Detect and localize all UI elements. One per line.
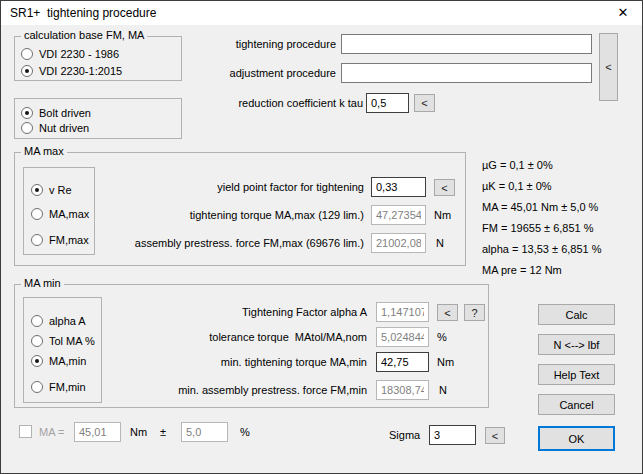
reduction-coefficient-label: reduction coefficient k tau — [181, 93, 363, 113]
info-line-fm: FM = 19655 ± 6,851 % — [482, 218, 602, 239]
info-line-alpha: alpha = 13,53 ± 6,851 % — [482, 239, 602, 260]
fm-min-force-field — [376, 380, 429, 400]
fm-min-force-unit: N — [439, 380, 447, 400]
fm-max-force-field — [371, 233, 426, 253]
tolerance-value-unit: % — [240, 422, 250, 442]
tightening-procedure-label: tightening procedure — [156, 34, 336, 54]
radio-label: FM,min — [49, 381, 86, 393]
radio-label: Tol MA % — [49, 335, 95, 347]
radio-selected-icon — [21, 65, 33, 77]
tolerance-torque-label: tolerance torque MAtol/MA,nom — [115, 327, 367, 347]
alpha-a-field — [376, 302, 429, 322]
plus-minus-sign: ± — [160, 422, 166, 442]
radio-unselected-icon — [31, 315, 43, 327]
radio-selected-icon — [21, 107, 33, 119]
help-text-button[interactable]: Help Text — [538, 364, 615, 385]
info-line-ma-pre: MA pre = 12 Nm — [482, 260, 602, 281]
ma-min-radio-box: alpha A Tol MA % MA,min FM,min — [23, 297, 102, 403]
radio-fm-max[interactable]: FM,max — [31, 232, 89, 247]
radio-label: Bolt driven — [39, 107, 91, 119]
fm-max-force-unit: N — [436, 233, 444, 253]
drive-group: Bolt driven Nut driven — [14, 98, 182, 139]
radio-nut-driven[interactable]: Nut driven — [21, 120, 89, 135]
tightening-procedure-input[interactable] — [341, 34, 592, 54]
radio-vdi-2230-1986[interactable]: VDI 2230 - 1986 — [21, 46, 119, 61]
alpha-a-select-button[interactable]: < — [437, 304, 458, 321]
ma-checkbox[interactable] — [19, 425, 32, 438]
fm-max-force-label: assembly prestress. force FM,max (69676 … — [115, 233, 364, 253]
close-icon: ✕ — [618, 5, 629, 20]
ma-checkbox-label: MA = — [39, 422, 64, 442]
adjustment-procedure-input[interactable] — [341, 63, 592, 83]
ma-max-group-title: MA max — [21, 145, 67, 157]
radio-label: MA,min — [49, 355, 86, 367]
tolerance-value-field — [181, 422, 228, 442]
calc-button[interactable]: Calc — [538, 304, 615, 325]
radio-label: VDI 2230 - 1986 — [39, 48, 119, 60]
calc-base-group-title: calculation base FM, MA — [21, 29, 147, 41]
yield-point-factor-label: yield point factor for tightening — [115, 177, 364, 197]
radio-v-re[interactable]: v Re — [31, 182, 72, 197]
ma-max-torque-label: tightening torque MA,max (129 lim.) — [115, 205, 364, 225]
radio-unselected-icon — [21, 48, 33, 60]
alpha-a-help-button[interactable]: ? — [464, 304, 485, 321]
reduction-select-button[interactable]: < — [414, 94, 435, 112]
sigma-select-button[interactable]: < — [485, 427, 505, 444]
dialog-body: calculation base FM, MA VDI 2230 - 1986 … — [1, 25, 642, 473]
radio-label: v Re — [49, 184, 72, 196]
tolerance-torque-unit: % — [437, 327, 447, 347]
radio-fm-min[interactable]: FM,min — [31, 379, 86, 394]
radio-label: alpha A — [49, 315, 86, 327]
fm-min-force-label: min. assembly prestress. force FM,min — [115, 380, 367, 400]
radio-label: Nut driven — [39, 122, 89, 134]
tolerance-torque-field — [376, 327, 429, 347]
adjustment-procedure-label: adjustment procedure — [156, 63, 336, 83]
radio-label: FM,max — [49, 234, 89, 246]
n-lbf-button[interactable]: N <--> lbf — [538, 334, 615, 355]
radio-tol-ma[interactable]: Tol MA % — [31, 333, 95, 348]
info-line-ma: MA = 45,01 Nm ± 5,0 % — [482, 197, 602, 218]
radio-selected-icon — [31, 355, 43, 367]
sigma-label: Sigma — [389, 425, 420, 445]
alpha-a-label: Tightening Factor alpha A — [115, 302, 367, 322]
title-bar: SR1+ tightening procedure ✕ — [1, 1, 642, 25]
yield-point-factor-input[interactable] — [371, 177, 426, 197]
radio-vdi-2230-2015[interactable]: VDI 2230-1:2015 — [21, 63, 122, 78]
radio-label: VDI 2230-1:2015 — [39, 65, 122, 77]
ma-max-group: MA max v Re MA,max FM,max yield point fa… — [14, 152, 466, 266]
radio-unselected-icon — [31, 381, 43, 393]
dialog-window: SR1+ tightening procedure ✕ calculation … — [0, 0, 643, 474]
radio-bolt-driven[interactable]: Bolt driven — [21, 105, 91, 120]
ma-max-torque-unit: Nm — [434, 205, 451, 225]
radio-selected-icon — [31, 184, 43, 196]
radio-ma-max[interactable]: MA,max — [31, 206, 89, 221]
procedure-select-button[interactable]: < — [599, 33, 618, 101]
info-line-mu-k: µK = 0,1 ± 0% — [482, 176, 602, 197]
radio-label: MA,max — [49, 208, 89, 220]
close-button[interactable]: ✕ — [610, 3, 636, 23]
radio-alpha-a[interactable]: alpha A — [31, 313, 86, 328]
radio-unselected-icon — [31, 234, 43, 246]
info-line-mu-g: µG = 0,1 ± 0% — [482, 155, 602, 176]
reduction-coefficient-input[interactable] — [366, 93, 409, 113]
ma-min-group: MA min alpha A Tol MA % MA,min FM,min — [14, 284, 489, 408]
cancel-button[interactable]: Cancel — [538, 394, 615, 415]
ma-max-torque-field — [371, 205, 426, 225]
info-panel: µG = 0,1 ± 0% µK = 0,1 ± 0% MA = 45,01 N… — [482, 155, 602, 281]
ok-button[interactable]: OK — [538, 426, 615, 451]
radio-ma-min[interactable]: MA,min — [31, 353, 86, 368]
ma-value-field — [74, 422, 121, 442]
radio-unselected-icon — [31, 208, 43, 220]
ma-min-group-title: MA min — [21, 277, 64, 289]
yield-point-select-button[interactable]: < — [434, 179, 455, 196]
ma-min-torque-label: min. tightening torque MA,min — [115, 352, 367, 372]
ma-value-unit: Nm — [130, 422, 147, 442]
window-title: SR1+ tightening procedure — [10, 6, 156, 20]
sigma-input[interactable] — [429, 425, 476, 445]
radio-unselected-icon — [31, 335, 43, 347]
ma-min-torque-unit: Nm — [437, 352, 454, 372]
radio-unselected-icon — [21, 122, 33, 134]
ma-min-torque-input[interactable] — [376, 352, 429, 372]
ma-max-radio-box: v Re MA,max FM,max — [23, 167, 95, 255]
